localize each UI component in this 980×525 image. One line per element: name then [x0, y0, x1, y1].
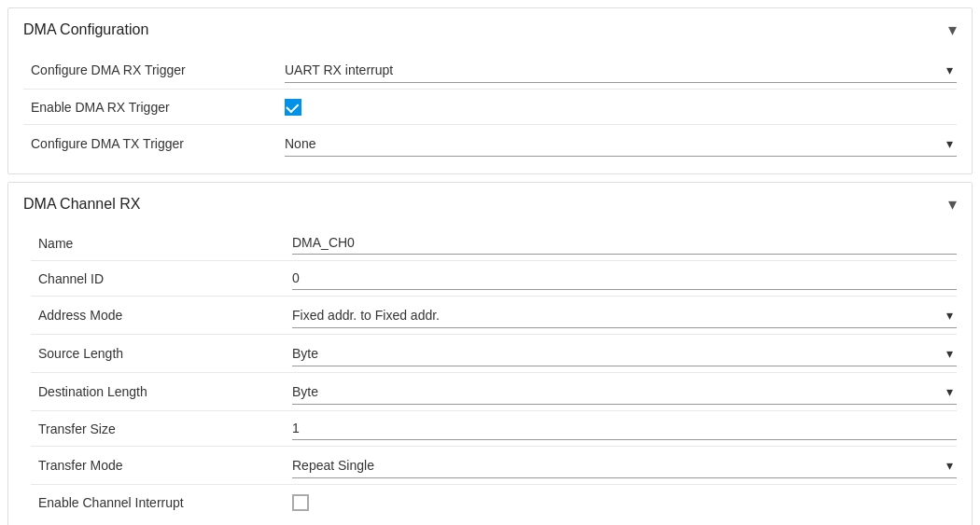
dma-channel-rx-section: DMA Channel RX ▾ Name Channel ID Address…: [7, 182, 973, 525]
enable-dma-rx-trigger-checkbox[interactable]: [285, 99, 301, 116]
address-mode-row: Address Mode Fixed addr. to Fixed addr. …: [31, 297, 957, 335]
dma-configuration-title: DMA Configuration: [23, 21, 148, 38]
enable-channel-interrupt-row: Enable Channel Interrupt: [31, 485, 957, 520]
name-row: Name: [31, 226, 957, 261]
source-length-text: Byte: [292, 346, 318, 361]
dma-configuration-header[interactable]: DMA Configuration ▾: [8, 8, 972, 51]
address-mode-value: Fixed addr. to Fixed addr. ▾: [292, 302, 957, 328]
transfer-mode-dropdown[interactable]: Repeat Single ▾: [292, 452, 957, 478]
source-length-dropdown[interactable]: Byte ▾: [292, 340, 957, 366]
enable-dma-rx-trigger-checkbox-container: [285, 99, 301, 116]
name-label: Name: [31, 236, 292, 251]
destination-length-label: Destination Length: [31, 384, 292, 399]
dma-configuration-chevron: ▾: [948, 20, 957, 40]
enable-dma-rx-trigger-row: Enable DMA RX Trigger: [23, 90, 957, 125]
address-mode-text: Fixed addr. to Fixed addr.: [292, 308, 440, 323]
enable-channel-interrupt-value: [292, 494, 957, 511]
transfer-mode-arrow: ▾: [946, 458, 953, 473]
dma-channel-rx-header[interactable]: DMA Channel RX ▾: [8, 183, 972, 226]
source-length-row: Source Length Byte ▾: [31, 335, 957, 373]
configure-dma-tx-trigger-row: Configure DMA TX Trigger None ▾: [23, 125, 957, 162]
destination-length-text: Byte: [292, 384, 318, 399]
destination-length-arrow: ▾: [946, 384, 953, 399]
dma-configuration-body: Configure DMA RX Trigger UART RX interru…: [8, 51, 972, 173]
dma-configuration-section: DMA Configuration ▾ Configure DMA RX Tri…: [7, 7, 973, 174]
configure-dma-tx-trigger-text: None: [285, 136, 315, 151]
address-mode-arrow: ▾: [946, 308, 953, 323]
configure-dma-tx-trigger-label: Configure DMA TX Trigger: [23, 136, 285, 151]
configure-dma-rx-trigger-value: UART RX interrupt ▾: [285, 57, 957, 83]
address-mode-label: Address Mode: [31, 308, 292, 323]
destination-length-value: Byte ▾: [292, 379, 957, 405]
enable-channel-interrupt-checkbox-container: [292, 494, 309, 511]
source-length-value: Byte ▾: [292, 340, 957, 366]
configure-dma-tx-trigger-dropdown[interactable]: None ▾: [285, 131, 957, 157]
channel-id-input[interactable]: [292, 267, 957, 290]
transfer-mode-text: Repeat Single: [292, 458, 374, 473]
configure-dma-rx-trigger-row: Configure DMA RX Trigger UART RX interru…: [23, 51, 957, 90]
enable-channel-interrupt-label: Enable Channel Interrupt: [31, 495, 292, 510]
source-length-label: Source Length: [31, 346, 292, 361]
transfer-size-value: [292, 417, 957, 440]
address-mode-dropdown[interactable]: Fixed addr. to Fixed addr. ▾: [292, 302, 957, 328]
enable-dma-rx-trigger-value: [285, 99, 957, 116]
configure-dma-rx-trigger-text: UART RX interrupt: [285, 62, 393, 77]
transfer-size-label: Transfer Size: [31, 421, 292, 436]
dma-channel-rx-chevron: ▾: [948, 194, 957, 214]
configure-dma-rx-trigger-dropdown[interactable]: UART RX interrupt ▾: [285, 57, 957, 83]
channel-id-row: Channel ID: [31, 261, 957, 297]
destination-length-row: Destination Length Byte ▾: [31, 373, 957, 411]
channel-id-value: [292, 267, 957, 290]
configure-dma-rx-trigger-arrow: ▾: [946, 62, 953, 77]
configure-dma-rx-trigger-label: Configure DMA RX Trigger: [23, 62, 285, 77]
name-input[interactable]: [292, 231, 957, 255]
enable-dma-rx-trigger-label: Enable DMA RX Trigger: [23, 100, 285, 115]
name-value: [292, 231, 957, 255]
configure-dma-tx-trigger-value: None ▾: [285, 131, 957, 157]
dma-channel-rx-body: Name Channel ID Address Mode Fixed addr.…: [8, 226, 972, 525]
configure-dma-tx-trigger-arrow: ▾: [946, 136, 953, 151]
transfer-size-input[interactable]: [292, 417, 957, 440]
destination-length-dropdown[interactable]: Byte ▾: [292, 379, 957, 405]
enable-channel-interrupt-checkbox[interactable]: [292, 494, 309, 511]
transfer-mode-label: Transfer Mode: [31, 458, 292, 473]
transfer-size-row: Transfer Size: [31, 411, 957, 447]
transfer-mode-value: Repeat Single ▾: [292, 452, 957, 478]
transfer-mode-row: Transfer Mode Repeat Single ▾: [31, 447, 957, 485]
dma-channel-rx-title: DMA Channel RX: [23, 196, 140, 213]
channel-id-label: Channel ID: [31, 271, 292, 286]
source-length-arrow: ▾: [946, 346, 953, 361]
